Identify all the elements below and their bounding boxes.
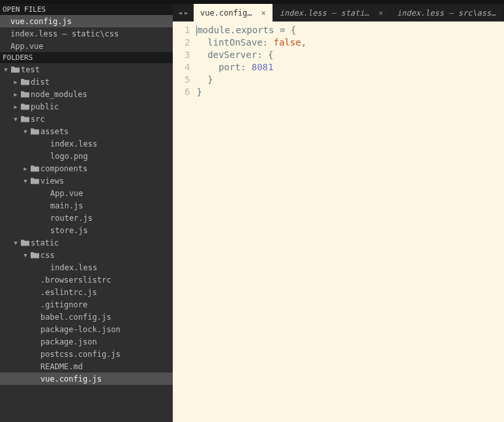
- tree-folder-item[interactable]: ▼assets: [0, 125, 173, 137]
- tab-bar: ◄ ► vue.config.js×index.less — static\cs…: [173, 4, 504, 21]
- tree-folder-item[interactable]: ▼src: [0, 113, 173, 125]
- tree-item-label: package-lock.json: [40, 325, 121, 334]
- line-number-gutter: 123456: [173, 21, 196, 422]
- tree-file-item[interactable]: README.md: [0, 360, 173, 373]
- tree-item-label: index.less: [50, 263, 97, 272]
- open-file-item[interactable]: vue.config.js: [0, 15, 173, 27]
- tree-file-item[interactable]: index.less: [0, 137, 173, 150]
- tree-item-label: public: [31, 102, 59, 111]
- tree-file-item[interactable]: package.json: [0, 335, 173, 348]
- tree-item-label: router.js: [50, 214, 93, 223]
- code-line[interactable]: port: 8081: [196, 61, 504, 74]
- folder-icon: [19, 239, 31, 246]
- tree-folder-item[interactable]: ▶public: [0, 100, 173, 113]
- expand-arrow-icon[interactable]: ▶: [12, 91, 19, 98]
- line-number: 3: [185, 49, 190, 61]
- line-number: 4: [185, 61, 190, 74]
- tree-file-item[interactable]: store.js: [0, 224, 173, 236]
- tree-item-label: index.less: [50, 139, 97, 148]
- folder-icon: [29, 251, 40, 259]
- tree-item-label: README.md: [40, 362, 83, 371]
- tree-item-label: main.js: [50, 201, 83, 210]
- tree-item-label: babel.config.js: [40, 313, 111, 322]
- code-line[interactable]: }: [196, 74, 504, 86]
- line-number: 2: [185, 36, 190, 49]
- tree-item-label: views: [40, 176, 64, 186]
- code-line[interactable]: module.exports = {: [196, 24, 504, 36]
- tree-item-label: store.js: [50, 226, 88, 235]
- tree-file-item[interactable]: postcss.config.js: [0, 348, 173, 360]
- tree-folder-item[interactable]: ▶node_modules: [0, 88, 173, 100]
- line-number: 5: [185, 74, 190, 86]
- editor-tab[interactable]: index.less — static\css×: [273, 4, 391, 21]
- tree-item-label: .gitignore: [40, 300, 87, 309]
- folder-icon: [19, 78, 31, 85]
- expand-arrow-icon[interactable]: ▶: [12, 104, 19, 110]
- expand-arrow-icon[interactable]: ▼: [12, 240, 19, 246]
- code-line[interactable]: lintOnSave: false,: [196, 36, 504, 49]
- tab-nav-back-icon[interactable]: ◄: [177, 9, 183, 16]
- tree-item-label: assets: [40, 127, 68, 136]
- tree-folder-item[interactable]: ▼views: [0, 175, 173, 187]
- tab-nav-forward-icon[interactable]: ►: [183, 9, 190, 16]
- expand-arrow-icon[interactable]: ▼: [3, 66, 9, 73]
- tree-file-item[interactable]: App.vue: [0, 187, 173, 199]
- open-file-item[interactable]: App.vue: [0, 40, 173, 52]
- tree-file-item[interactable]: babel.config.js: [0, 311, 173, 323]
- app-root: OPEN FILES vue.config.jsindex.less — sta…: [0, 4, 504, 422]
- editor-tab[interactable]: index.less — src\assets: [391, 4, 504, 21]
- tab-label: vue.config.js: [200, 8, 256, 18]
- tree-file-item[interactable]: index.less: [0, 261, 173, 274]
- open-file-item[interactable]: index.less — static\css: [0, 27, 173, 40]
- close-icon[interactable]: ×: [261, 8, 266, 18]
- tree-file-item[interactable]: .browserslistrc: [0, 274, 173, 286]
- code-editor[interactable]: 123456 module.exports = { lintOnSave: fa…: [173, 21, 504, 422]
- tree-file-item[interactable]: .eslintrc.js: [0, 286, 173, 298]
- line-number: 1: [185, 24, 190, 36]
- tree-item-label: components: [40, 164, 87, 173]
- tree-item-label: postcss.config.js: [40, 350, 121, 359]
- folder-icon: [29, 177, 40, 184]
- folder-icon: [19, 115, 31, 122]
- expand-arrow-icon[interactable]: ▶: [12, 79, 19, 85]
- open-files-header: OPEN FILES: [0, 4, 173, 15]
- code-line[interactable]: devServer: {: [196, 49, 504, 61]
- expand-arrow-icon[interactable]: ▼: [22, 128, 29, 135]
- code-line[interactable]: }: [196, 86, 504, 98]
- expand-arrow-icon[interactable]: ▶: [22, 165, 29, 172]
- tree-file-item[interactable]: logo.png: [0, 150, 173, 162]
- tab-label: index.less — static\css: [280, 8, 374, 18]
- expand-arrow-icon[interactable]: ▼: [12, 116, 19, 122]
- tree-folder-item[interactable]: ▼static: [0, 236, 173, 249]
- tree-file-item[interactable]: package-lock.json: [0, 323, 173, 335]
- tree-folder-item[interactable]: ▼css: [0, 249, 173, 261]
- folder-icon: [19, 91, 31, 98]
- tree-item-label: node_modules: [31, 90, 87, 99]
- tree-file-item[interactable]: vue.config.js: [0, 373, 173, 385]
- line-number: 6: [185, 86, 190, 98]
- tab-label: index.less — src\assets: [397, 8, 497, 18]
- tree-item-label: css: [40, 251, 55, 260]
- folder-icon: [29, 128, 40, 135]
- open-file-label: index.less — static\css: [10, 29, 119, 38]
- tree-item-label: vue.config.js: [40, 374, 102, 384]
- tree-item-label: test: [21, 65, 40, 74]
- close-icon[interactable]: ×: [379, 8, 383, 18]
- open-files-list: vue.config.jsindex.less — static\cssApp.…: [0, 15, 173, 52]
- tree-item-label: App.vue: [50, 189, 83, 198]
- tree-folder-item[interactable]: ▼test: [0, 63, 173, 76]
- tabs-container: vue.config.js×index.less — static\css×in…: [194, 4, 504, 21]
- folder-icon: [29, 165, 40, 172]
- open-file-label: App.vue: [10, 42, 44, 51]
- expand-arrow-icon[interactable]: ▼: [22, 178, 29, 184]
- expand-arrow-icon[interactable]: ▼: [22, 252, 29, 259]
- tree-item-label: static: [31, 238, 59, 247]
- editor-column: ◄ ► vue.config.js×index.less — static\cs…: [173, 4, 504, 422]
- tree-file-item[interactable]: .gitignore: [0, 298, 173, 311]
- editor-tab[interactable]: vue.config.js×: [194, 4, 273, 21]
- tree-file-item[interactable]: router.js: [0, 212, 173, 224]
- tree-folder-item[interactable]: ▶dist: [0, 76, 173, 88]
- tree-folder-item[interactable]: ▶components: [0, 162, 173, 175]
- code-area[interactable]: module.exports = { lintOnSave: false, de…: [196, 21, 504, 422]
- tree-file-item[interactable]: main.js: [0, 199, 173, 212]
